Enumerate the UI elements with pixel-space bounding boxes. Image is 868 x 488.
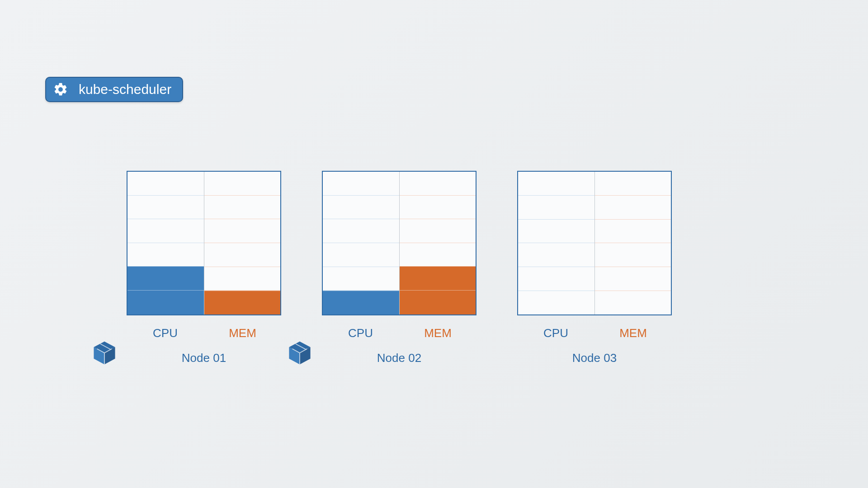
node-name-label: Node 03 bbox=[517, 351, 672, 365]
mem-fill bbox=[204, 291, 281, 314]
node-name-label: Node 01 bbox=[127, 351, 281, 365]
cpu-label: CPU bbox=[127, 326, 204, 340]
cpu-column bbox=[518, 172, 595, 314]
cpu-column bbox=[127, 172, 204, 314]
kube-scheduler-badge: kube-scheduler bbox=[45, 77, 183, 102]
cpu-label: CPU bbox=[322, 326, 399, 340]
cpu-column bbox=[323, 172, 400, 314]
mem-column bbox=[204, 172, 281, 314]
badge-label: kube-scheduler bbox=[79, 82, 171, 97]
mem-label: MEM bbox=[204, 326, 281, 340]
mem-column bbox=[400, 172, 476, 314]
node-resource-box bbox=[322, 171, 476, 315]
node-name-label: Node 02 bbox=[322, 351, 476, 365]
mem-fill bbox=[400, 266, 476, 314]
gear-icon bbox=[52, 81, 69, 98]
node-resource-box bbox=[517, 171, 672, 315]
mem-label: MEM bbox=[399, 326, 476, 340]
pod-icon bbox=[91, 340, 118, 366]
node-resource-box bbox=[127, 171, 281, 315]
nodes-row: CPUMEMNode 01CPUMEMNode 02CPUMEMNode 03 bbox=[127, 171, 672, 365]
node-2: CPUMEMNode 02 bbox=[322, 171, 476, 365]
cpu-label: CPU bbox=[517, 326, 594, 340]
node-3: CPUMEMNode 03 bbox=[517, 171, 672, 365]
cpu-fill bbox=[127, 266, 204, 314]
cpu-fill bbox=[323, 291, 399, 314]
mem-label: MEM bbox=[594, 326, 672, 340]
node-1: CPUMEMNode 01 bbox=[127, 171, 281, 365]
pod-icon bbox=[287, 340, 313, 366]
mem-column bbox=[595, 172, 671, 314]
